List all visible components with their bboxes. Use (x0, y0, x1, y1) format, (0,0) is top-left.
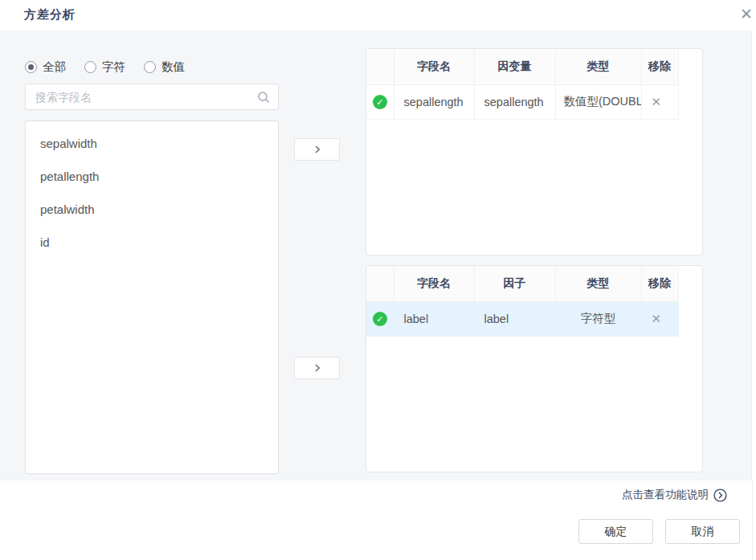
anova-dialog: 方差分析 ✕ 全部 字符 数值 (0, 0, 756, 560)
dialog-titlebar: 方差分析 ✕ (0, 0, 756, 31)
radio-numeric[interactable]: 数值 (144, 59, 185, 75)
table-header-row: 字段名 因变量 类型 移除 (366, 49, 678, 84)
dialog-body: 全部 字符 数值 sepalwidth petallength petalwid… (0, 31, 752, 480)
close-icon[interactable]: ✕ (736, 4, 756, 25)
radio-unselected-icon (84, 61, 96, 73)
field-type-filter: 全部 字符 数值 (25, 59, 185, 75)
radio-selected-icon (25, 61, 37, 73)
radio-all[interactable]: 全部 (25, 59, 66, 75)
help-link-label: 点击查看功能说明 (622, 488, 709, 502)
cancel-button[interactable]: 取消 (665, 519, 740, 544)
circled-arrow-icon (713, 488, 727, 502)
table-row-selected[interactable]: ✓ label label 字符型 ✕ (366, 301, 678, 336)
header-field-name: 字段名 (394, 49, 474, 84)
move-to-factor-button[interactable] (294, 357, 340, 379)
dialog-footer: 点击查看功能说明 确定 取消 (0, 480, 752, 560)
chevron-right-icon (313, 363, 322, 373)
header-status (366, 266, 394, 301)
available-fields-list: sepalwidth petallength petalwidth id (25, 121, 279, 474)
search-field (25, 84, 279, 110)
status-cell: ✓ (366, 301, 394, 336)
factor-panel: 字段名 因子 类型 移除 ✓ label label 字符型 ✕ (366, 265, 703, 472)
dependent-variable-table: 字段名 因变量 类型 移除 ✓ sepallength sepallength … (366, 49, 679, 120)
header-type: 类型 (555, 266, 641, 301)
type-cell: 数值型(DOUBL (555, 84, 641, 119)
list-item[interactable]: petalwidth (26, 193, 278, 226)
radio-numeric-label: 数值 (161, 59, 185, 75)
table-header-row: 字段名 因子 类型 移除 (366, 266, 678, 301)
radio-all-label: 全部 (43, 59, 66, 75)
status-cell: ✓ (366, 84, 394, 119)
check-circle-icon: ✓ (373, 95, 387, 109)
header-dependent-variable: 因变量 (474, 49, 555, 84)
header-field-name: 字段名 (394, 266, 474, 301)
header-factor: 因子 (474, 266, 555, 301)
type-cell: 字符型 (555, 301, 641, 336)
header-remove: 移除 (641, 266, 678, 301)
dependent-variable-cell: sepallength (474, 84, 555, 119)
dialog-right-edge (752, 480, 753, 560)
check-circle-icon: ✓ (373, 312, 387, 326)
list-item[interactable]: petallength (26, 160, 278, 193)
header-status (366, 49, 394, 84)
list-item[interactable]: id (26, 226, 278, 259)
dialog-title: 方差分析 (24, 7, 76, 22)
factor-cell: label (474, 301, 555, 336)
radio-string[interactable]: 字符 (84, 59, 125, 75)
table-row[interactable]: ✓ sepallength sepallength 数值型(DOUBL ✕ (366, 84, 678, 119)
factor-table: 字段名 因子 类型 移除 ✓ label label 字符型 ✕ (366, 266, 679, 337)
search-icon (257, 91, 270, 104)
ok-button[interactable]: 确定 (578, 519, 653, 544)
search-input[interactable] (25, 84, 279, 110)
header-type: 类型 (555, 49, 641, 84)
dependent-variable-panel: 字段名 因变量 类型 移除 ✓ sepallength sepallength … (366, 48, 703, 255)
remove-cell: ✕ (641, 84, 678, 119)
remove-icon[interactable]: ✕ (652, 95, 662, 108)
header-remove: 移除 (641, 49, 678, 84)
radio-string-label: 字符 (102, 59, 125, 75)
chevron-right-icon (313, 145, 322, 154)
remove-icon[interactable]: ✕ (652, 312, 662, 325)
move-to-dependent-button[interactable] (294, 138, 340, 161)
help-link[interactable]: 点击查看功能说明 (622, 488, 727, 502)
field-name-cell: label (394, 301, 474, 336)
radio-unselected-icon (144, 61, 156, 73)
field-name-cell: sepallength (394, 84, 474, 119)
list-item[interactable]: sepalwidth (26, 127, 278, 160)
remove-cell: ✕ (641, 301, 678, 336)
